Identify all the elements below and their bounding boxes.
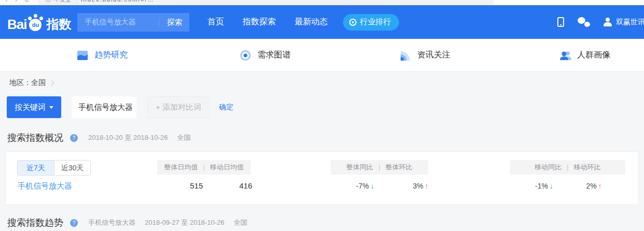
nav-home[interactable]: 首页 xyxy=(207,17,224,27)
overview-section-header: 搜索指数概况 ? 2018-10-20 至 2018-10-26 全国 xyxy=(7,132,639,144)
tab-demand-graph[interactable]: 需求图谱 xyxy=(240,39,291,71)
refresh-icon[interactable]: ⟳ xyxy=(24,0,31,4)
medal-icon xyxy=(349,19,357,26)
header-search-box[interactable]: 手机信号放大器 探索 xyxy=(77,13,189,32)
tab-crowd-portrait[interactable]: 人群画像 xyxy=(559,39,610,71)
tab-last-30-days[interactable]: 近30天 xyxy=(54,161,90,175)
overview-title: 搜索指数概况 xyxy=(7,132,63,144)
tab-label: 资讯关注 xyxy=(417,50,450,61)
arrow-up-icon: ↑ xyxy=(425,182,429,190)
overview-region: 全国 xyxy=(177,133,190,142)
browser-bar: ‹ › ⟳ ⓘ 不安全 index.baidu.com/#/… xyxy=(0,0,644,5)
baidu-paw-icon: du xyxy=(28,13,44,31)
help-icon[interactable]: ? xyxy=(70,134,78,142)
overview-card: 近7天 近30天 整体日均值|移动日均值 整体同比|整体环比 移动同比|移动环比… xyxy=(5,151,639,205)
header-right: 双赢世讯 xyxy=(557,17,644,27)
baidu-index-logo[interactable]: Bai du 指数 xyxy=(7,13,71,31)
add-compare-label: + 添加对比词 xyxy=(156,103,201,112)
overall-mom-value: 3%↑ xyxy=(399,180,443,192)
row-keyword-link[interactable]: 手机信号放大器 xyxy=(18,180,72,192)
app-header: Bai du 指数 手机信号放大器 探索 首页 指数探索 最新动态 行业排行 双… xyxy=(0,5,644,39)
trend-title: 搜索指数趋势 xyxy=(7,216,63,229)
add-compare-button[interactable]: + 添加对比词 xyxy=(147,96,210,118)
arrow-down-icon: ↓ xyxy=(550,182,553,190)
trend-keyword: 手机信号放大器 xyxy=(88,218,135,227)
overall-daily-avg-value: 515 xyxy=(167,180,203,192)
demand-graph-icon xyxy=(240,50,251,61)
mobile-mom-value: 2%↑ xyxy=(572,180,616,192)
keyword-input[interactable] xyxy=(72,96,136,118)
header-nav: 首页 指数探索 最新动态 xyxy=(207,17,346,27)
overview-date-range: 2018-10-20 至 2018-10-26 xyxy=(88,133,168,142)
industry-rank-label: 行业排行 xyxy=(360,17,391,27)
user-icon[interactable] xyxy=(604,18,612,26)
header-search-value[interactable]: 手机信号放大器 xyxy=(77,18,159,27)
tab-label: 需求图谱 xyxy=(257,50,291,61)
region-label: 地区：全国 xyxy=(9,78,46,88)
trend-section-header: 搜索指数趋势 ? 手机信号放大器 2018-09-27 至 2018-10-26… xyxy=(7,216,639,229)
overall-yoy-value: -7%↓ xyxy=(343,180,387,192)
trend-date-range: 2018-09-27 至 2018-10-26 xyxy=(145,218,224,227)
caret-down-icon xyxy=(49,106,53,109)
not-secure-label: 不安全 xyxy=(54,0,77,4)
region-selector[interactable]: 地区：全国 xyxy=(9,78,639,88)
column-header-mobile-compare: 移动同比|移动环比 xyxy=(510,160,625,175)
column-header-overall-compare: 整体同比|整体环比 xyxy=(331,160,428,175)
back-icon[interactable]: ‹ xyxy=(5,0,8,4)
chevron-right-icon xyxy=(49,81,54,86)
keyword-mode-dropdown[interactable]: 按关键词 xyxy=(7,96,61,118)
news-radar-icon xyxy=(401,50,411,61)
period-tabs: 近7天 近30天 xyxy=(17,160,91,176)
url-text: index.baidu.com/#/… xyxy=(81,0,154,3)
page-content: 地区：全国 按关键词 + 添加对比词 确定 搜索指数概况 ? 2018-10-2… xyxy=(0,71,644,229)
keyword-mode-label: 按关键词 xyxy=(15,103,46,112)
page-info-icon[interactable]: ⓘ xyxy=(45,0,51,4)
tab-label: 趋势研究 xyxy=(94,50,128,61)
forward-icon[interactable]: › xyxy=(15,0,18,4)
trend-region: 全国 xyxy=(234,218,247,227)
section-nav: 趋势研究 需求图谱 资讯关注 人群画像 xyxy=(0,39,644,71)
arrow-up-icon: ↑ xyxy=(598,182,602,190)
crowd-portrait-icon xyxy=(559,50,571,61)
help-icon[interactable]: ? xyxy=(70,219,78,227)
logo-bai-text: Bai xyxy=(7,18,26,31)
header-search-button[interactable]: 探索 xyxy=(159,18,189,27)
arrow-down-icon: ↓ xyxy=(371,182,374,190)
column-header-daily-avg: 整体日均值|移动日均值 xyxy=(157,160,251,175)
wechat-icon[interactable] xyxy=(578,17,590,27)
nav-index-explore[interactable]: 指数探索 xyxy=(242,17,276,27)
mobile-yoy-value: -1%↓ xyxy=(522,180,566,192)
tab-news-attention[interactable]: 资讯关注 xyxy=(401,39,450,71)
confirm-button[interactable]: 确定 xyxy=(219,103,234,112)
tab-trend-research[interactable]: 趋势研究 xyxy=(77,39,128,71)
mobile-app-icon[interactable] xyxy=(557,17,564,27)
mobile-daily-avg-value: 416 xyxy=(216,180,252,192)
keyword-filter-row: 按关键词 + 添加对比词 确定 xyxy=(7,96,639,118)
username-label[interactable]: 双赢世讯 xyxy=(616,18,644,27)
nav-latest-news[interactable]: 最新动态 xyxy=(294,17,327,27)
industry-rank-button[interactable]: 行业排行 xyxy=(343,14,399,31)
tab-label: 人群画像 xyxy=(577,50,610,61)
tab-last-7-days[interactable]: 近7天 xyxy=(18,161,54,175)
logo-product-text: 指数 xyxy=(46,18,71,31)
trend-chart-icon xyxy=(77,50,88,61)
address-bar[interactable]: ⓘ 不安全 index.baidu.com/#/… xyxy=(38,0,495,5)
